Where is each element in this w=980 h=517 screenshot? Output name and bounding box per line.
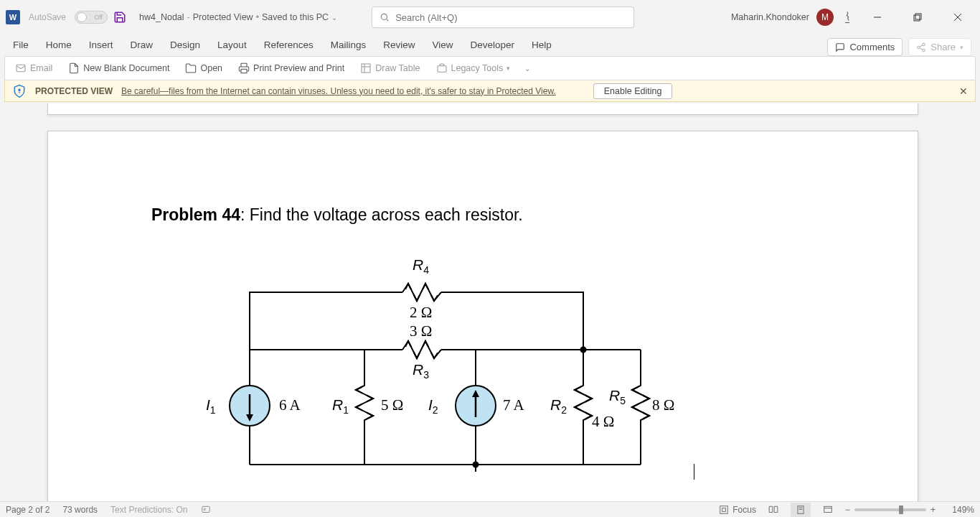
svg-line-11 <box>920 45 923 46</box>
close-icon[interactable]: ✕ <box>959 85 968 97</box>
zoom-slider-thumb[interactable] <box>899 506 903 514</box>
previous-page-edge <box>47 103 918 115</box>
zoom-in-button[interactable]: + <box>930 505 936 515</box>
zoom-out-button[interactable]: − <box>845 505 850 515</box>
table-icon <box>360 62 372 74</box>
save-icon[interactable] <box>113 11 126 24</box>
search-input[interactable] <box>395 12 626 23</box>
chevron-down-icon: ⌄ <box>331 14 337 22</box>
title-bar: W AutoSave Off hw4_Nodal - Protected Vie… <box>0 0 980 34</box>
r1-value: 5 Ω <box>381 396 403 414</box>
tool-print-preview[interactable]: Print Preview and Print <box>232 60 350 77</box>
document-title[interactable]: hw4_Nodal - Protected View • Saved to th… <box>139 12 337 22</box>
search-box[interactable] <box>372 6 634 28</box>
r5-label: R5 <box>609 387 626 406</box>
toolbar-overflow[interactable]: ⌄ <box>520 62 534 75</box>
view-web[interactable] <box>818 503 838 517</box>
problem-text: : Find the voltage across each resistor. <box>240 205 523 224</box>
macro-icon[interactable] <box>200 505 212 515</box>
tool-new-label: New Blank Document <box>83 63 169 73</box>
view-print[interactable] <box>791 503 811 517</box>
comment-icon <box>835 42 845 52</box>
r1-label: R1 <box>332 396 349 416</box>
svg-rect-14 <box>362 64 370 73</box>
svg-rect-49 <box>798 506 804 513</box>
circuit-diagram: R4 2 Ω 3 Ω R3 I1 6 A R1 5 Ω I2 7 A R2 4 … <box>196 235 684 472</box>
menu-layout[interactable]: Layout <box>209 35 255 56</box>
menu-file[interactable]: File <box>4 35 37 56</box>
zoom-slider[interactable]: − + <box>845 505 936 515</box>
status-bar: Page 2 of 2 73 words Text Predictions: O… <box>0 501 980 517</box>
tool-open-label: Open <box>200 63 222 73</box>
menu-help[interactable]: Help <box>523 35 560 56</box>
svg-rect-17 <box>438 66 446 73</box>
svg-rect-3 <box>914 15 920 21</box>
protected-message[interactable]: Be careful—files from the Internet can c… <box>121 86 556 96</box>
email-icon <box>15 62 27 74</box>
page: Problem 44: Find the voltage across each… <box>47 131 918 501</box>
close-button[interactable] <box>941 6 974 29</box>
enable-editing-button[interactable]: Enable Editing <box>593 83 673 99</box>
doc-name: hw4_Nodal <box>139 12 184 22</box>
menu-mailings[interactable]: Mailings <box>322 35 375 56</box>
menu-design[interactable]: Design <box>161 35 209 56</box>
autosave-toggle-knob <box>77 12 87 22</box>
tool-email[interactable]: Email <box>9 60 58 77</box>
i2-value: 7 A <box>503 396 524 414</box>
problem-heading: Problem 44: Find the voltage across each… <box>151 203 814 226</box>
i1-value: 6 A <box>279 396 301 414</box>
share-icon <box>916 42 926 52</box>
menu-home[interactable]: Home <box>37 35 80 56</box>
svg-rect-45 <box>202 506 210 512</box>
chevron-down-icon: ▾ <box>960 44 963 51</box>
tool-legacy[interactable]: Legacy Tools ▾ <box>430 60 517 77</box>
print-icon <box>238 62 250 74</box>
document-icon <box>68 62 80 74</box>
focus-label: Focus <box>732 505 756 515</box>
svg-point-8 <box>918 46 920 49</box>
protected-label: PROTECTED VIEW <box>35 86 113 96</box>
svg-rect-52 <box>824 506 832 512</box>
minimize-button[interactable] <box>861 6 894 29</box>
menu-references[interactable]: References <box>255 35 322 56</box>
autosave-label: AutoSave <box>29 12 66 22</box>
menu-bar: File Home Insert Draw Design Layout Refe… <box>0 34 980 56</box>
status-page[interactable]: Page 2 of 2 <box>6 505 50 515</box>
menu-draw[interactable]: Draw <box>122 35 162 56</box>
tool-print-label: Print Preview and Print <box>253 63 344 73</box>
problem-title: Problem 44 <box>151 205 240 224</box>
maximize-button[interactable] <box>901 6 934 29</box>
autosave-toggle[interactable]: Off <box>75 11 108 24</box>
mic-icon[interactable] <box>841 11 854 24</box>
protected-view-bar: PROTECTED VIEW Be careful—files from the… <box>4 80 976 102</box>
zoom-slider-track[interactable] <box>854 508 926 511</box>
share-label: Share <box>930 42 956 52</box>
status-words[interactable]: 73 words <box>62 505 98 515</box>
svg-rect-47 <box>720 506 728 513</box>
menu-developer[interactable]: Developer <box>462 35 524 56</box>
view-read[interactable] <box>763 503 783 517</box>
svg-rect-48 <box>722 508 726 511</box>
r2-value: 4 Ω <box>592 413 614 431</box>
menu-review[interactable]: Review <box>374 35 423 56</box>
quick-toolbar: Email New Blank Document Open Print Prev… <box>4 56 976 80</box>
focus-button[interactable]: Focus <box>719 505 756 515</box>
status-predictions[interactable]: Text Predictions: On <box>110 505 187 515</box>
r5-value: 8 Ω <box>652 396 674 414</box>
comments-button[interactable]: Comments <box>827 38 903 56</box>
tool-draw-table[interactable]: Draw Table <box>354 60 425 77</box>
zoom-percent[interactable]: 149% <box>943 505 974 515</box>
username[interactable]: Maharin.Khondoker <box>731 12 809 22</box>
avatar[interactable]: M <box>816 9 834 26</box>
menu-insert[interactable]: Insert <box>80 35 122 56</box>
document-canvas[interactable]: Problem 44: Find the voltage across each… <box>0 103 980 501</box>
tool-open[interactable]: Open <box>179 60 228 77</box>
svg-point-0 <box>381 14 387 19</box>
share-button[interactable]: Share ▾ <box>908 38 971 56</box>
shield-icon <box>12 84 27 98</box>
search-icon <box>380 12 390 22</box>
menu-view[interactable]: View <box>423 35 461 56</box>
tool-new-blank[interactable]: New Blank Document <box>62 60 175 77</box>
r3-value: 3 Ω <box>410 322 432 340</box>
doc-saved: Saved to this PC <box>262 12 329 22</box>
